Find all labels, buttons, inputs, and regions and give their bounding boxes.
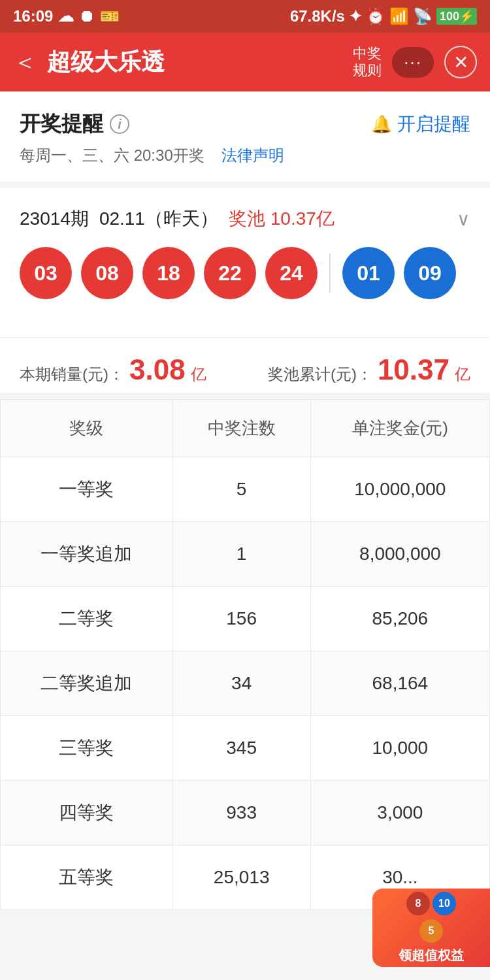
network-speed: 67.8K/s [290, 7, 345, 25]
signal-icon: 📶 [389, 7, 409, 25]
prize-count-6: 25,013 [172, 845, 310, 910]
record-icon: ⏺ [79, 7, 95, 25]
prize-count-0: 5 [172, 457, 310, 522]
ball-divider [329, 253, 331, 293]
red-ball-5: 24 [265, 247, 318, 299]
table-header-row: 奖级 中奖注数 单注奖金(元) [1, 400, 490, 457]
promo-balls: 8 10 [406, 892, 456, 915]
prize-level-1: 一等奖追加 [1, 522, 173, 587]
nav-actions: 中奖规则 ··· ✕ [353, 45, 477, 80]
prize-amount-3: 68,164 [310, 651, 489, 716]
promo-badge[interactable]: 8 10 5 领超值权益 [372, 889, 490, 967]
status-time: 16:09 ☁ ⏺ 🎫 [13, 7, 120, 25]
close-icon: ✕ [453, 52, 468, 73]
prize-count-3: 34 [172, 651, 310, 716]
draw-schedule: 每周一、三、六 20:30开奖 [20, 146, 204, 164]
app-icon: 🎫 [100, 7, 120, 25]
prize-amount-0: 10,000,000 [310, 457, 489, 522]
reminder-title-text: 开奖提醒 [20, 110, 103, 139]
col-header-level: 奖级 [1, 400, 173, 457]
prize-level-2: 二等奖 [1, 587, 173, 651]
prize-amount-1: 8,000,000 [310, 522, 489, 587]
prize-level-6: 五等奖 [1, 845, 173, 910]
prize-count-1: 1 [172, 522, 310, 587]
close-button[interactable]: ✕ [444, 46, 477, 78]
red-ball-3: 18 [142, 247, 195, 299]
pool-item: 奖池累计(元)： 10.37 亿 [268, 353, 470, 386]
table-row: 一等奖追加 1 8,000,000 [1, 522, 490, 587]
issue-date: 02.11（昨天） [99, 206, 218, 231]
pool-label: 奖池累计(元)： [268, 364, 372, 385]
sales-item: 本期销量(元)： 3.08 亿 [20, 353, 206, 386]
promo-ball-orange: 5 [419, 919, 443, 943]
col-header-count: 中奖注数 [172, 400, 310, 457]
status-indicators: 67.8K/s ✦ ⏰ 📶 📡 100⚡ [290, 7, 477, 25]
prize-level-3: 二等奖追加 [1, 651, 173, 716]
prize-pool-label: 奖池 [229, 208, 265, 229]
promo-text: 领超值权益 [399, 947, 464, 964]
prize-count-5: 933 [172, 781, 310, 845]
prize-table: 奖级 中奖注数 单注奖金(元) 一等奖 5 10,000,000 一等奖追加 1… [0, 399, 490, 910]
red-ball-2: 08 [81, 247, 133, 299]
prize-count-2: 156 [172, 587, 310, 651]
reminder-title-row: 开奖提醒 i 🔔 开启提醒 [20, 110, 470, 139]
table-row: 一等奖 5 10,000,000 [1, 457, 490, 522]
legal-link[interactable]: 法律声明 [221, 146, 284, 164]
reminder-title: 开奖提醒 i [20, 110, 129, 139]
chevron-down-icon[interactable]: ∨ [457, 208, 470, 230]
sales-section: 本期销量(元)： 3.08 亿 奖池累计(元)： 10.37 亿 [0, 337, 490, 399]
prize-pool-value: 10.37亿 [270, 208, 335, 229]
rules-button[interactable]: 中奖规则 [353, 45, 382, 80]
table-row: 二等奖追加 34 68,164 [1, 651, 490, 716]
prize-level-5: 四等奖 [1, 781, 173, 845]
blue-ball-1: 01 [342, 247, 395, 299]
bell-icon: 🔔 [371, 114, 392, 135]
wifi-icon: 📡 [413, 7, 433, 25]
prize-level-0: 一等奖 [1, 457, 173, 522]
table-row: 三等奖 345 10,000 [1, 716, 490, 781]
rules-label: 中奖规则 [353, 45, 382, 78]
table-row: 四等奖 933 3,000 [1, 781, 490, 845]
time-display: 16:09 [13, 7, 53, 25]
table-row: 二等奖 156 85,206 [1, 587, 490, 651]
info-icon[interactable]: i [110, 114, 129, 134]
sales-label: 本期销量(元)： [20, 364, 124, 385]
more-button[interactable]: ··· [392, 47, 434, 78]
promo-balls-2: 5 [419, 919, 443, 943]
pool-value: 10.37 [378, 353, 449, 386]
bluetooth-icon: ✦ [349, 7, 362, 25]
prize-pool-info: 奖池 10.37亿 [229, 206, 335, 231]
balls-row: 03 08 18 22 24 01 09 [20, 247, 470, 299]
lottery-section: 23014期 02.11（昨天） 奖池 10.37亿 ∨ 03 08 18 22… [0, 188, 490, 337]
reminder-section: 开奖提醒 i 🔔 开启提醒 每周一、三、六 20:30开奖 法律声明 [0, 91, 490, 188]
prize-level-4: 三等奖 [1, 716, 173, 781]
sales-unit: 亿 [191, 364, 206, 385]
navbar: ＜ 超级大乐透 中奖规则 ··· ✕ [0, 33, 490, 91]
red-ball-1: 03 [20, 247, 72, 299]
sales-value: 3.08 [129, 353, 186, 386]
battery-indicator: 100⚡ [436, 8, 477, 25]
promo-ball-blue: 10 [433, 892, 456, 915]
pool-unit: 亿 [455, 364, 470, 385]
back-button[interactable]: ＜ [13, 46, 37, 78]
prize-amount-2: 85,206 [310, 587, 489, 651]
issue-number: 23014期 [20, 206, 89, 231]
cloud-icon: ☁ [58, 7, 74, 25]
prize-amount-5: 3,000 [310, 781, 489, 845]
lottery-issue-row: 23014期 02.11（昨天） 奖池 10.37亿 ∨ [20, 206, 470, 231]
red-ball-4: 22 [204, 247, 256, 299]
prize-amount-4: 10,000 [310, 716, 489, 781]
status-bar: 16:09 ☁ ⏺ 🎫 67.8K/s ✦ ⏰ 📶 📡 100⚡ [0, 0, 490, 33]
reminder-subtitle: 每周一、三、六 20:30开奖 法律声明 [20, 145, 470, 166]
col-header-prize: 单注奖金(元) [310, 400, 489, 457]
prize-count-4: 345 [172, 716, 310, 781]
enable-reminder-button[interactable]: 🔔 开启提醒 [371, 112, 470, 137]
prize-table-section: 奖级 中奖注数 单注奖金(元) 一等奖 5 10,000,000 一等奖追加 1… [0, 399, 490, 910]
blue-ball-2: 09 [404, 247, 456, 299]
bell-button-label: 开启提醒 [397, 112, 470, 137]
promo-ball-red: 8 [406, 892, 430, 915]
page-title: 超级大乐透 [47, 46, 353, 78]
alarm-icon: ⏰ [366, 7, 385, 25]
